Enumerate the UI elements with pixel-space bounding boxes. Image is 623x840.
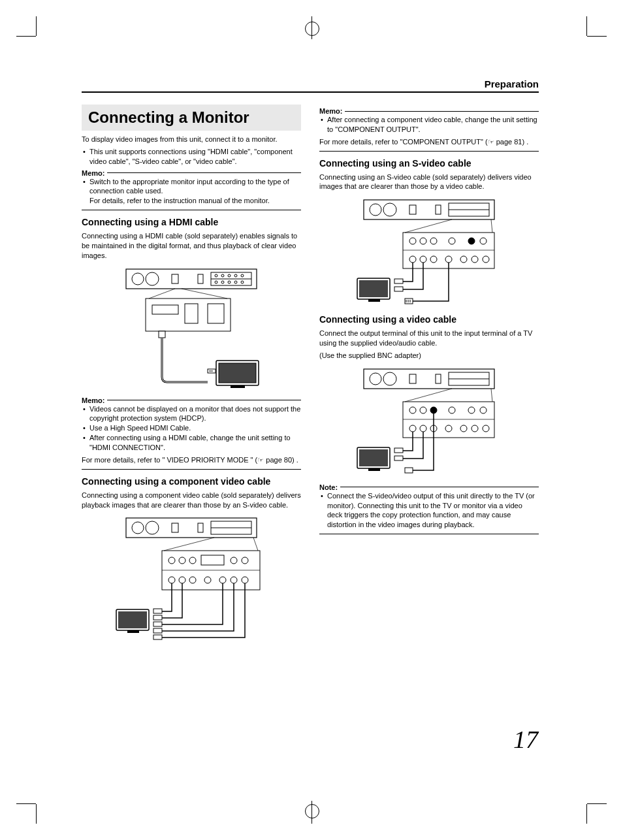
svg-rect-59 xyxy=(153,635,162,639)
hdmi-diagram xyxy=(82,266,301,390)
intro-bullets: This unit supports connections using "HD… xyxy=(82,147,301,167)
svg-rect-27 xyxy=(208,369,216,373)
hdmi-diagram-svg xyxy=(113,266,270,390)
note-heading: Note: xyxy=(319,483,539,491)
svg-rect-103 xyxy=(403,402,494,438)
section-header: Preparation xyxy=(82,78,539,93)
video-diagram-svg xyxy=(347,366,511,477)
component-diagram xyxy=(82,515,301,645)
hdmi-body: Connecting using a HDMI cable (sold sepa… xyxy=(82,231,301,261)
video-body: Connect the output terminal of this unit… xyxy=(319,329,539,348)
svg-rect-88 xyxy=(394,287,403,291)
memo-label: Memo: xyxy=(82,169,104,177)
hdmi-memo-item: Use a High Speed HDMI Cable. xyxy=(82,423,301,433)
component-memo-item: After connecting a component video cable… xyxy=(319,115,539,135)
memo-label: Memo: xyxy=(319,107,342,115)
memo-heading: Memo: xyxy=(82,169,301,177)
memo1-item: Switch to the appropriate monitor input … xyxy=(82,177,301,206)
video-note-item: Connect the S-video/video output of this… xyxy=(319,491,539,530)
memo-heading: Memo: xyxy=(319,107,539,115)
video-diagram xyxy=(319,366,539,477)
svg-rect-26 xyxy=(231,385,245,388)
memo-rule xyxy=(345,111,539,112)
svg-line-39 xyxy=(164,538,214,551)
svg-rect-23 xyxy=(159,331,165,338)
page-content: Preparation Connecting a Monitor To disp… xyxy=(82,78,539,652)
intro-text: To display video images from this unit, … xyxy=(82,135,301,144)
svg-line-21 xyxy=(149,289,175,299)
svg-rect-56 xyxy=(153,615,162,620)
memo-rule xyxy=(107,172,301,173)
svg-line-104 xyxy=(405,389,452,402)
intro-bullet: This unit supports connections using "HD… xyxy=(82,147,301,167)
svideo-heading: Connecting using an S-video cable xyxy=(319,158,539,169)
svg-point-109 xyxy=(430,407,437,413)
svg-rect-61 xyxy=(118,611,147,628)
svg-rect-120 xyxy=(394,448,403,453)
svg-rect-124 xyxy=(359,449,388,466)
svg-rect-58 xyxy=(153,628,162,633)
hdmi-memo-item: After connecting using a HDMI cable, cha… xyxy=(82,433,301,453)
memo-heading: Memo: xyxy=(82,396,301,404)
svg-rect-95 xyxy=(368,299,380,302)
svg-point-78 xyxy=(468,238,475,244)
memo-rule xyxy=(107,400,301,400)
note-label: Note: xyxy=(319,483,338,491)
left-column: Connecting a Monitor To display video im… xyxy=(82,105,301,652)
two-column-layout: Connecting a Monitor To display video im… xyxy=(82,105,539,652)
divider xyxy=(82,210,301,210)
svg-rect-25 xyxy=(219,363,256,383)
component-footer: For more details, refer to "COMPONENT OU… xyxy=(319,137,539,147)
hdmi-footer: For more details, refer to " VIDEO PRIOR… xyxy=(82,455,301,465)
component-memo-list: After connecting a component video cable… xyxy=(319,115,539,135)
divider xyxy=(319,151,539,152)
component-body: Connecting using a component video cable… xyxy=(82,491,301,510)
video-note-list: Connect the S-video/video output of this… xyxy=(319,491,539,530)
component-heading: Connecting using a component video cable xyxy=(82,476,301,487)
svg-rect-57 xyxy=(153,622,162,626)
svg-rect-87 xyxy=(394,279,403,283)
hdmi-memo-list: Videos cannot be displayed on a monitor … xyxy=(82,404,301,453)
svg-rect-62 xyxy=(127,630,139,633)
divider xyxy=(319,534,539,534)
svg-line-72 xyxy=(491,219,492,233)
video-heading: Connecting using a video cable xyxy=(319,314,539,325)
hdmi-memo-item: Videos cannot be displayed on a monitor … xyxy=(82,404,301,424)
right-column: Memo: After connecting a component video… xyxy=(319,105,539,652)
svg-rect-94 xyxy=(359,280,388,297)
note-rule xyxy=(340,487,539,487)
svg-rect-122 xyxy=(405,468,413,473)
svg-line-71 xyxy=(405,219,452,233)
component-diagram-svg xyxy=(106,515,276,645)
video-body2: (Use the supplied BNC adapter) xyxy=(319,351,539,361)
page-number: 17 xyxy=(513,725,538,754)
svg-line-40 xyxy=(253,538,258,551)
svg-rect-125 xyxy=(368,468,380,471)
svg-line-105 xyxy=(491,389,492,402)
svg-rect-121 xyxy=(394,456,403,460)
svideo-diagram xyxy=(319,197,539,308)
divider xyxy=(82,469,301,470)
svideo-diagram-svg xyxy=(347,197,511,308)
hdmi-heading: Connecting using a HDMI cable xyxy=(82,217,301,227)
memo-label: Memo: xyxy=(82,396,104,404)
memo1-list: Switch to the appropriate monitor input … xyxy=(82,177,301,206)
svg-line-22 xyxy=(182,289,227,299)
memo1-text: Switch to the appropriate monitor input … xyxy=(89,178,289,195)
svg-rect-55 xyxy=(153,609,162,613)
memo1-subtext: For details, refer to the instruction ma… xyxy=(89,196,301,206)
svideo-body: Connecting using an S-video cable (sold … xyxy=(319,172,539,192)
page-title: Connecting a Monitor xyxy=(82,105,301,131)
